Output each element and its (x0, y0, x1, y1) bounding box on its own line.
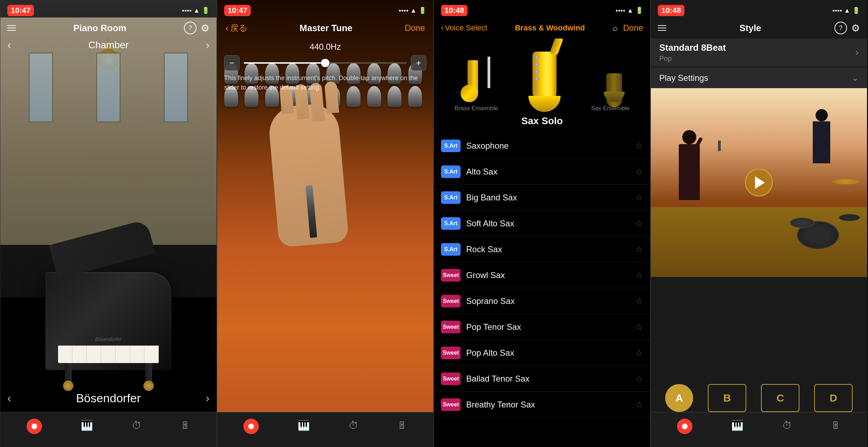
voice-item-soft-alto-sax[interactable]: S.Art Soft Alto Sax ☆ (434, 211, 650, 236)
settings-button-4[interactable]: ⚙ (851, 22, 860, 34)
metronome-button-2[interactable]: ⏱ (349, 420, 358, 433)
room-navigation: ‹ Chamber › (0, 38, 216, 51)
favorite-button[interactable]: ☆ (635, 374, 643, 384)
battery-icon: 🔋 (202, 7, 209, 14)
help-button-4[interactable]: ? (834, 22, 847, 34)
voice-done-button[interactable]: Done (623, 23, 643, 33)
signal-dots-3 (616, 10, 625, 12)
next-room-button[interactable]: › (206, 38, 209, 51)
style-item-row[interactable]: Standard 8Beat Pop › (651, 38, 867, 66)
voice-badge-sweet-6: Sweet (441, 398, 461, 411)
sax-bell (528, 96, 561, 112)
play-settings-row[interactable]: Play Settings ⌄ (651, 67, 867, 88)
sax-keys (534, 56, 539, 80)
voice-item-growl-sax[interactable]: Sweet Growl Sax ☆ (434, 262, 650, 288)
favorite-button[interactable]: ☆ (635, 348, 643, 358)
tune-increase-button[interactable]: + (411, 55, 426, 71)
prev-room-button[interactable]: ‹ (7, 38, 11, 51)
record-button[interactable] (27, 419, 42, 434)
voice-badge-sart-4: S.Art (441, 217, 461, 230)
voice-button-2[interactable]: 🎹 (298, 420, 310, 433)
back-button[interactable]: ‹ 戻る (226, 22, 247, 34)
tune-slider-track[interactable] (244, 62, 407, 64)
settings-button[interactable]: ⚙ (201, 22, 209, 34)
piano-name-area: ‹ Bösendorfer › (0, 391, 216, 405)
voice-icon-2: 🎹 (298, 420, 310, 431)
favorite-button[interactable]: ☆ (635, 141, 643, 151)
voice-item-rock-sax[interactable]: S.Art Rock Sax ☆ (434, 236, 650, 262)
style-part-b-button[interactable]: B (708, 384, 746, 412)
voice-item-ballad-tenor-sax[interactable]: Sweet Ballad Tenor Sax ☆ (434, 366, 650, 392)
back-label: 戻る (230, 22, 247, 34)
tune-slider-thumb[interactable] (321, 59, 329, 67)
record-button-2[interactable] (243, 419, 259, 434)
instrument-sax-ensemble[interactable]: Sax Ensemble (591, 60, 629, 112)
singer-body (679, 144, 700, 200)
menu-button[interactable] (7, 25, 16, 31)
style-part-a-button[interactable]: A (665, 384, 693, 412)
voice-item-pop-alto-sax[interactable]: Sweet Pop Alto Sax ☆ (434, 340, 650, 366)
play-settings-chevron-icon: ⌄ (852, 73, 859, 83)
voice-item-breathy-tenor-sax[interactable]: Sweet Breathy Tenor Sax ☆ (434, 392, 650, 418)
trombone-bell (461, 85, 478, 102)
microphone (718, 141, 721, 151)
instrument-brass-ensemble[interactable]: Brass Ensemble (455, 57, 498, 112)
piano-key (101, 346, 115, 363)
play-button[interactable] (745, 169, 773, 197)
mixer-icon: 🎚 (180, 420, 190, 431)
tune-slider-area: − + (224, 54, 426, 72)
voice-item-soprano-sax[interactable]: Sweet Soprano Sax ☆ (434, 288, 650, 314)
voice-button-4[interactable]: 🎹 (731, 420, 744, 433)
voice-select-button[interactable]: 🎹 (81, 420, 93, 433)
voice-item-alto-sax[interactable]: S.Art Alto Sax ☆ (434, 159, 650, 185)
metronome-button-4[interactable]: ⏱ (782, 420, 792, 433)
metronome-button[interactable]: ⏱ (132, 420, 142, 433)
voice-item-pop-tenor-sax[interactable]: Sweet Pop Tenor Sax ☆ (434, 314, 650, 340)
favorite-button[interactable]: ☆ (635, 322, 643, 332)
favorite-button[interactable]: ☆ (635, 219, 643, 228)
voice-item-saxophone[interactable]: S.Art Saxophone ☆ (434, 133, 650, 159)
mixer-button[interactable]: 🎚 (180, 420, 190, 433)
record-button-4[interactable] (677, 419, 692, 434)
window-left (29, 52, 53, 122)
voice-header-right: ⌕ Done (613, 23, 643, 33)
bottom-toolbar-1: 🎹 ⏱ 🎚 (0, 412, 216, 447)
status-icons-2: ▲ 🔋 (399, 7, 426, 14)
play-triangle-icon (755, 176, 765, 189)
piano-body: Bösendorfer (45, 272, 171, 370)
favorite-button[interactable]: ☆ (635, 400, 643, 410)
mixer-button-2[interactable]: 🎚 (397, 420, 407, 433)
status-time-3: 10:48 (441, 5, 468, 16)
play-settings-label: Play Settings (659, 73, 708, 83)
status-bar-2: 10:47 ▲ 🔋 (217, 0, 433, 17)
next-piano-button[interactable]: › (206, 392, 209, 405)
favorite-button[interactable]: ☆ (635, 193, 643, 203)
favorite-button[interactable]: ☆ (635, 167, 643, 177)
tune-description: This finely adjusts the instrument's pit… (224, 73, 426, 92)
favorite-button[interactable]: ☆ (635, 244, 643, 254)
battery-icon-3: 🔋 (635, 7, 643, 14)
voice-item-big-band-sax[interactable]: S.Art Big Band Sax ☆ (434, 185, 650, 211)
menu-button-4[interactable] (658, 25, 666, 31)
sax-solo-image (522, 48, 567, 112)
signal-dots-2 (399, 10, 408, 12)
voice-name: Ballad Tenor Sax (466, 374, 635, 384)
help-button[interactable]: ? (184, 22, 197, 34)
search-button[interactable]: ⌕ (613, 23, 618, 33)
voice-name: Big Band Sax (466, 193, 635, 203)
mixer-button-4[interactable]: 🎚 (831, 420, 841, 433)
done-button[interactable]: Done (405, 23, 425, 33)
prev-piano-button[interactable]: ‹ (7, 392, 11, 405)
voice-select-icon: 🎹 (81, 420, 93, 431)
voice-back-button[interactable]: ‹ Voice Select (441, 23, 487, 33)
tune-slider-fill (244, 62, 325, 64)
favorite-button[interactable]: ☆ (635, 270, 643, 280)
hz-display: 440.0Hz (217, 42, 433, 52)
favorite-button[interactable]: ☆ (635, 296, 643, 306)
band-background (651, 88, 867, 277)
instrument-sax-solo[interactable] (522, 48, 567, 112)
style-part-d-button[interactable]: D (814, 384, 853, 412)
style-part-c-button[interactable]: C (761, 384, 799, 412)
hi-hat (839, 214, 860, 221)
tune-decrease-button[interactable]: − (224, 55, 240, 71)
